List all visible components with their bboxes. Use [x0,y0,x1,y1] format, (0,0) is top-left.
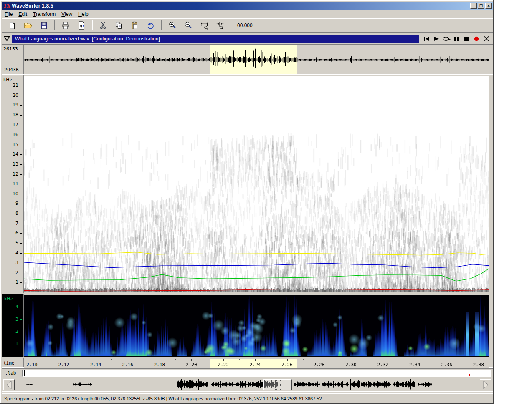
play-button[interactable] [432,35,441,43]
menu-view[interactable]: View [58,10,75,18]
spectrogram2-playback-cursor[interactable] [469,295,469,357]
axis-tick [96,359,96,361]
pane-title-bar[interactable]: What Languages normalized.wav [Configura… [12,35,419,43]
record-button[interactable] [472,35,481,43]
axis-tick [20,307,22,307]
label-track-field[interactable] [22,370,491,377]
new-document-button[interactable] [6,20,18,31]
axis-tick: 3 [15,317,18,322]
axis-tick [20,86,22,86]
overview-axis-gutter: 26153 -20436 [2,45,24,74]
toolbar-separator [231,20,231,30]
axis-tick: 10 [13,191,18,196]
axis-tick [20,233,22,234]
tk-app-icon: Tk [3,3,10,9]
zoom-out-icon [184,21,193,30]
preferences-button[interactable] [75,20,88,31]
title-bar[interactable]: Tk WaveSurfer 1.8.5 _ ❐ × [2,2,493,10]
save-file-button[interactable] [38,20,50,31]
pause-button[interactable] [452,35,461,43]
scroll-right-button[interactable] [480,379,491,390]
menu-transform[interactable]: Transform [30,10,58,18]
scroll-track[interactable] [15,379,479,390]
collapse-pane-button[interactable] [2,35,12,43]
spectrogram-canvas[interactable] [24,76,489,292]
selection-start-line[interactable] [210,76,210,292]
print-button[interactable] [59,20,72,31]
zoom-to-selection-button[interactable] [198,20,210,31]
minimize-button[interactable]: _ [470,3,477,9]
label-track-name: .lab [5,370,16,376]
axis-tick [399,359,399,360]
axis-tick [20,263,22,263]
axis-tick [20,273,22,273]
menu-help[interactable]: Help [75,10,91,18]
undo-button[interactable] [144,20,157,31]
time-tick-label: 2.34 [409,362,421,367]
spectrogram-playback-cursor[interactable] [469,76,469,292]
scroll-thumb[interactable] [263,379,292,390]
overview-pane: 26153 -20436 [2,44,493,75]
spectrogram2-canvas[interactable] [24,295,489,357]
axis-tick [431,359,431,360]
close-pane-button[interactable] [482,35,491,43]
spectrogram2-plot[interactable] [24,295,489,357]
axis-tick [64,359,64,361]
spectrogram2-axis-unit: kHz [4,296,13,302]
overview-plot[interactable] [24,45,489,74]
open-file-button[interactable] [22,20,34,31]
spectrogram-pane: kHz 212019181716151413121110987654321 [2,75,493,293]
scroll-left-icon [5,380,13,390]
scroll-waveform-canvas[interactable] [15,379,479,390]
spectrogram-axis-unit: kHz [3,77,12,83]
copy-button[interactable] [113,20,125,31]
toolbar-separator [92,20,93,30]
spectrogram-plot[interactable] [24,76,489,292]
axis-tick: 20 [13,93,18,98]
axis-tick [20,282,22,283]
scroll-thumb-grip[interactable] [275,380,281,390]
time-tick-label: 2.24 [250,362,261,367]
axis-tick [144,359,144,360]
time-tick-label: 2.30 [345,362,357,367]
time-axis-plot[interactable]: 2.102.122.142.162.182.202.222.242.262.28… [24,359,489,368]
overview-waveform-canvas[interactable] [24,45,489,74]
skip-to-start-button[interactable] [422,35,431,43]
time-tick-label: 2.38 [473,362,484,367]
cut-button[interactable] [97,20,109,31]
pause-icon [453,36,460,42]
axis-tick [111,359,112,360]
paste-button[interactable] [129,20,141,31]
axis-tick [479,359,479,361]
spectrogram2-pane: kHz 4321 [2,294,493,357]
play-loop-button[interactable] [442,35,451,43]
close-button[interactable]: × [485,3,492,9]
overview-playback-cursor[interactable] [469,45,469,74]
maximize-button[interactable]: ❐ [478,3,484,9]
menu-file[interactable]: File [2,10,15,18]
axis-tick: 13 [13,161,18,167]
axis-tick [20,96,22,96]
cut-icon [99,21,108,30]
zoom-in-button[interactable] [166,20,179,31]
axis-tick: 18 [13,112,18,118]
selection-start-line[interactable] [210,295,210,357]
menu-edit[interactable]: Edit [15,10,30,18]
selection-end-line[interactable] [297,295,297,357]
axis-tick: 11 [13,181,18,186]
zoom-full-button[interactable] [214,20,226,31]
axis-tick [20,164,22,165]
selection-end-line[interactable] [297,76,297,292]
scroll-left-button[interactable] [3,379,15,390]
axis-tick: 5 [15,240,18,246]
time-axis-cursor[interactable] [469,359,469,368]
zoom-out-button[interactable] [182,20,195,31]
axis-tick [20,243,22,244]
axis-tick [303,359,304,360]
axis-tick [20,214,22,214]
time-tick-label: 2.36 [441,362,452,367]
stop-button[interactable] [462,35,471,43]
wavesurfer-window: Tk WaveSurfer 1.8.5 _ ❐ × File Edit Tran… [0,0,494,404]
stop-icon [463,36,470,42]
scrollbar-pane [2,378,493,392]
